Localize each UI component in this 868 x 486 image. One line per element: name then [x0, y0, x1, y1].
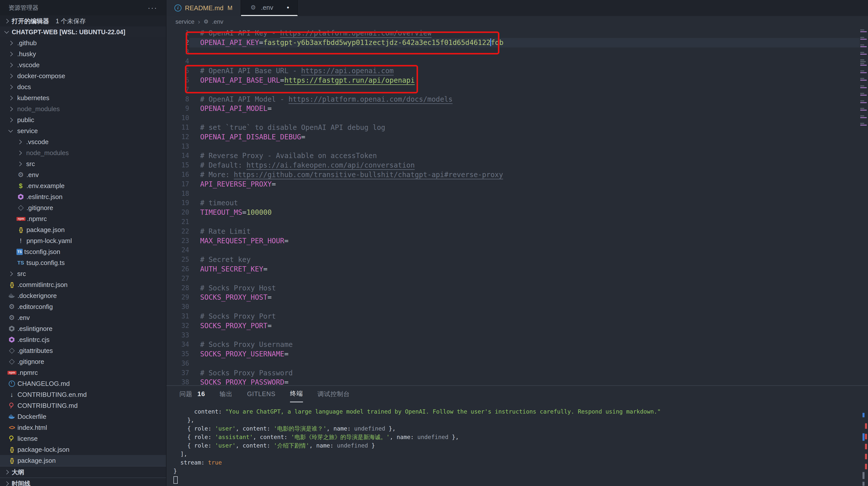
editor-line-21[interactable]: 21 [166, 217, 860, 227]
editor-line-26[interactable]: 26AUTH_SECRET_KEY= [166, 264, 860, 274]
tree-item-.env[interactable]: ⚙.env [0, 169, 166, 180]
editor-line-9[interactable]: 9OPENAI_API_MODEL= [166, 104, 860, 113]
panel-tab-终端[interactable]: 终端 [290, 385, 303, 402]
terminal-scrollbar[interactable] [861, 386, 868, 486]
tree-item-service[interactable]: service [0, 125, 166, 136]
editor-line-32[interactable]: 32SOCKS_PROXY_PORT= [166, 321, 860, 331]
panel-tab-问题[interactable]: 问题16 [180, 386, 205, 402]
tree-item-src[interactable]: src [0, 268, 166, 279]
tree-item-CONTRIBUTING.md[interactable]: CONTRIBUTING.md [0, 400, 166, 411]
editor-line-13[interactable]: 13 [166, 142, 860, 151]
minimap[interactable] [860, 27, 868, 385]
more-actions-icon[interactable]: ··· [148, 3, 157, 12]
editor-line-28[interactable]: 28# Socks Proxy Host [166, 283, 860, 293]
tree-item-pnpm-lock.yaml[interactable]: !pnpm-lock.yaml [0, 235, 166, 246]
editor-line-25[interactable]: 25# Secret key [166, 255, 860, 264]
editor-line-24[interactable]: 24 [166, 246, 860, 255]
breadcrumb-file[interactable]: .env [212, 18, 223, 25]
editor-line-20[interactable]: 20TIMEOUT_MS=100000 [166, 208, 860, 217]
editor-line-5[interactable]: 5# OpenAI API Base URL - https://api.ope… [166, 66, 860, 76]
editor-line-8[interactable]: 8# OpenAI API Model - https://platform.o… [166, 95, 860, 104]
panel-tab-调试控制台[interactable]: 调试控制台 [317, 386, 350, 402]
tree-item-src[interactable]: src [0, 158, 166, 169]
tree-item-index.html[interactable]: <>index.html [0, 422, 166, 433]
timeline-section[interactable]: 时间线 [0, 478, 166, 486]
tab-env[interactable]: ⚙ .env ● [241, 0, 298, 16]
editor-line-34[interactable]: 34# Socks Proxy Username [166, 340, 860, 349]
editor-line-27[interactable]: 27 [166, 274, 860, 283]
tree-item-.husky[interactable]: .husky [0, 49, 166, 59]
tree-item-node_modules[interactable]: node_modules [0, 147, 166, 158]
editor-line-12[interactable]: 12OPENAI_API_DISABLE_DEBUG= [166, 132, 860, 142]
editor-line-11[interactable]: 11# set `true` to disable OpenAI API deb… [166, 123, 860, 132]
tree-item-docs[interactable]: docs [0, 81, 166, 92]
tree-item-.editorconfig[interactable]: ⚙.editorconfig [0, 301, 166, 312]
editor-line-2[interactable]: 2OPENAI_API_KEY=fastgpt-y6b3axfbdd5wyp01… [166, 38, 860, 48]
editor-line-35[interactable]: 35SOCKS_PROXY_USERNAME= [166, 349, 860, 359]
open-editors-section[interactable]: 打开的编辑器 1 个未保存 [0, 16, 166, 26]
tree-item-.npmrc[interactable]: npm.npmrc [0, 213, 166, 224]
editor-line-3[interactable]: 3 [166, 48, 860, 57]
editor-line-6[interactable]: 6OPENAI_API_BASE_URL=https://fastgpt.run… [166, 76, 860, 85]
editor-line-29[interactable]: 29SOCKS_PROXY_HOST= [166, 293, 860, 302]
tree-item-Dockerfile[interactable]: Dockerfile [0, 411, 166, 422]
tree-item-label: package.json [18, 457, 56, 464]
terminal[interactable]: content: "You are ChatGPT, a large langu… [166, 407, 858, 484]
breadcrumb-folder[interactable]: service [176, 18, 194, 25]
code-editor[interactable]: 1# OpenAI API Key - https://platform.ope… [166, 27, 868, 385]
editor-line-30[interactable]: 30 [166, 302, 860, 312]
tree-item-.env[interactable]: ⚙.env [0, 312, 166, 323]
tree-item-license[interactable]: license [0, 433, 166, 444]
tree-item-tsconfig.json[interactable]: TStsconfig.json [0, 246, 166, 257]
editor-line-22[interactable]: 22# Rate Limit [166, 227, 860, 236]
tree-item-docker-compose[interactable]: docker-compose [0, 70, 166, 81]
tree-item-.vscode[interactable]: .vscode [0, 136, 166, 147]
editor-line-1[interactable]: 1# OpenAI API Key - https://platform.ope… [166, 28, 860, 38]
arrow-down-icon: ↓ [7, 390, 16, 399]
project-root-row[interactable]: CHATGPT-WEB [WSL: UBUNTU-22.04] [0, 26, 166, 37]
tree-item-kubernetes[interactable]: kubernetes [0, 92, 166, 104]
tree-item-tsup.config.ts[interactable]: TStsup.config.ts [0, 257, 166, 268]
editor-line-16[interactable]: 16# More: https://github.com/transitive-… [166, 170, 860, 179]
editor-line-15[interactable]: 15# Default: https://ai.fakeopen.com/api… [166, 161, 860, 170]
tree-item-node_modules[interactable]: node_modules [0, 104, 166, 114]
tree-item-.gitignore[interactable]: .gitignore [0, 356, 166, 367]
editor-line-14[interactable]: 14# Reverse Proxy - Available on accessT… [166, 151, 860, 161]
tree-item-.gitignore[interactable]: .gitignore [0, 202, 166, 213]
tree-item-.env.example[interactable]: $.env.example [0, 180, 166, 191]
editor-line-18[interactable]: 18 [166, 189, 860, 199]
tree-item-.dockerignore[interactable]: .dockerignore [0, 290, 166, 301]
editor-line-17[interactable]: 17API_REVERSE_PROXY= [166, 179, 860, 189]
editor-line-4[interactable]: 4 [166, 57, 860, 66]
tree-item-.github[interactable]: .github [0, 37, 166, 49]
tree-item-.gitattributes[interactable]: .gitattributes [0, 345, 166, 356]
editor-line-31[interactable]: 31# Socks Proxy Port [166, 312, 860, 321]
dirty-indicator-dot[interactable]: ● [287, 5, 289, 10]
editor-line-37[interactable]: 37# Socks Proxy Password [166, 368, 860, 378]
editor-line-36[interactable]: 36 [166, 359, 860, 368]
tree-item-package.json[interactable]: {}package.json [0, 224, 166, 235]
tree-item-.vscode[interactable]: .vscode [0, 59, 166, 70]
outline-section[interactable]: 大纲 [0, 466, 166, 478]
tree-item-package.json[interactable]: {}package.json [0, 455, 166, 466]
tree-item-.eslintignore[interactable]: .eslintignore [0, 323, 166, 334]
tree-item-public[interactable]: public [0, 114, 166, 125]
panel-tab-输出[interactable]: 输出 [220, 386, 232, 402]
tree-item-.eslintrc.json[interactable]: .eslintrc.json [0, 191, 166, 202]
panel-tab-GITLENS[interactable]: GITLENS [247, 386, 276, 402]
editor-line-7[interactable]: 7 [166, 85, 860, 95]
editor-line-38[interactable]: 38SOCKS_PROXY_PASSWORD= [166, 378, 860, 385]
editor-line-23[interactable]: 23MAX_REQUEST_PER_HOUR= [166, 236, 860, 246]
tab-readme[interactable]: i README.md M [166, 0, 241, 16]
editor-line-10[interactable]: 10 [166, 113, 860, 123]
tree-item-CONTRIBUTING.en.md[interactable]: ↓CONTRIBUTING.en.md [0, 389, 166, 400]
editor-line-33[interactable]: 33 [166, 331, 860, 340]
tree-item-.eslintrc.cjs[interactable]: .eslintrc.cjs [0, 334, 166, 345]
tree-item-.commitlintrc.json[interactable]: {}.commitlintrc.json [0, 279, 166, 290]
tree-item-package-lock.json[interactable]: {}package-lock.json [0, 444, 166, 455]
tree-item-CHANGELOG.md[interactable]: CHANGELOG.md [0, 378, 166, 389]
tree-item-.npmrc[interactable]: npm.npmrc [0, 367, 166, 378]
editor-line-19[interactable]: 19# timeout [166, 198, 860, 208]
line-number: 9 [166, 104, 189, 113]
tree-item-label: src [17, 270, 26, 278]
